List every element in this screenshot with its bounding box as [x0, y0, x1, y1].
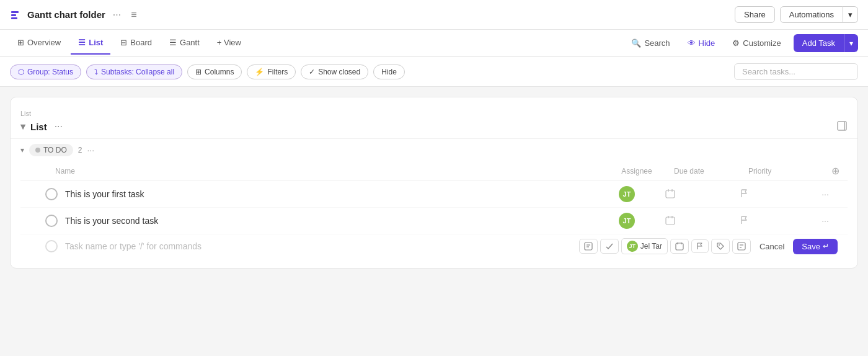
- new-task-more-button[interactable]: [732, 239, 751, 254]
- tab-list-label: List: [89, 38, 103, 47]
- svg-rect-8: [666, 217, 675, 225]
- table-row: This is your second task JT ···: [20, 208, 848, 234]
- save-label: Save: [802, 242, 820, 251]
- task-more-1[interactable]: ···: [813, 188, 838, 200]
- hide-label: Hide: [699, 38, 715, 48]
- panel-toggle-icon[interactable]: [836, 120, 848, 133]
- subtasks-collapse-button[interactable]: ⤵ Subtasks: Collapse all: [86, 65, 182, 79]
- filters-button[interactable]: ⚡ Filters: [247, 65, 296, 79]
- cancel-button[interactable]: Cancel: [753, 239, 790, 254]
- priority-flag-icon-2[interactable]: [738, 215, 750, 228]
- duedate-icon-1[interactable]: [664, 187, 676, 202]
- svg-rect-18: [738, 243, 745, 250]
- task-ellipsis-1[interactable]: ···: [820, 188, 830, 200]
- title-ellipsis-button[interactable]: ···: [110, 8, 123, 22]
- duedate-icon-2[interactable]: [664, 214, 676, 228]
- svg-rect-11: [585, 243, 592, 250]
- svg-rect-1: [11, 14, 16, 16]
- add-column-icon[interactable]: ⊕: [831, 165, 839, 177]
- search-button[interactable]: 🔍 Search: [626, 35, 675, 51]
- toolbar-left: ⬡ Group: Status ⤵ Subtasks: Collapse all…: [10, 65, 405, 79]
- priority-flag-icon-1[interactable]: [738, 188, 750, 201]
- customize-label: Customize: [743, 38, 781, 48]
- status-badge: TO DO: [29, 144, 73, 156]
- tab-overview[interactable]: ⊞ Overview: [10, 32, 68, 55]
- tab-board[interactable]: ⊟ Board: [113, 32, 159, 55]
- avatar-2: JT: [619, 213, 635, 229]
- new-task-input[interactable]: [65, 239, 579, 254]
- status-row: ▾ TO DO 2 ···: [20, 139, 848, 161]
- share-button[interactable]: Share: [735, 6, 775, 23]
- check-circle-icon: ✓: [309, 68, 315, 76]
- list-icon: ☰: [78, 38, 86, 47]
- new-task-assignee-pill[interactable]: JT Jel Tar: [621, 238, 668, 254]
- list-title-row: ▾ List ···: [20, 120, 848, 133]
- status-ellipsis-button[interactable]: ···: [87, 145, 94, 155]
- table-row: This is your first task JT ···: [20, 181, 848, 208]
- svg-point-17: [719, 244, 720, 246]
- hide-toolbar-button[interactable]: Hide: [373, 65, 405, 79]
- task-checkbox-1[interactable]: [45, 188, 58, 200]
- columns-button[interactable]: ⊞ Columns: [187, 65, 242, 79]
- add-task-chevron-button[interactable]: ▾: [844, 34, 858, 52]
- list-card: List ▾ List ··· ▾ TO DO 2: [10, 97, 858, 269]
- tab-overview-label: Overview: [27, 38, 61, 47]
- list-title: ▾ List ···: [20, 120, 65, 133]
- group-status-button[interactable]: ⬡ Group: Status: [10, 65, 81, 79]
- top-bar-left: Gantt chart folder ··· ≡: [10, 8, 140, 22]
- columns-icon: ⊞: [195, 68, 202, 76]
- tab-gantt-label: Gantt: [180, 38, 200, 47]
- search-tasks-input[interactable]: [734, 63, 858, 80]
- add-task-button[interactable]: Add Task: [794, 34, 844, 52]
- task-duedate-2[interactable]: [664, 214, 738, 228]
- task-ellipsis-2[interactable]: ···: [820, 215, 830, 227]
- subtasks-label: Subtasks: Collapse all: [101, 68, 174, 76]
- new-task-due-date-button[interactable]: [670, 239, 689, 254]
- new-task-tag-button[interactable]: [711, 239, 730, 254]
- list-title-text: List: [30, 122, 47, 132]
- svg-rect-14: [676, 243, 683, 250]
- task-duedate-1[interactable]: [664, 187, 738, 202]
- add-task-group: Add Task ▾: [794, 34, 858, 52]
- automations-chevron-button[interactable]: ▾: [843, 6, 858, 23]
- save-button[interactable]: Save ↵: [793, 239, 838, 254]
- col-priority-header: Priority: [748, 167, 823, 176]
- hide-button[interactable]: 👁 Hide: [683, 35, 720, 51]
- board-icon: ⊟: [120, 38, 127, 47]
- show-closed-button[interactable]: ✓ Show closed: [301, 65, 368, 79]
- new-task-action-1[interactable]: [579, 239, 598, 254]
- task-checkbox-2[interactable]: [45, 215, 58, 227]
- col-add-header[interactable]: ⊕: [823, 165, 848, 177]
- group-status-label: Group: Status: [27, 68, 73, 76]
- new-task-checkbox[interactable]: [45, 240, 58, 252]
- status-collapse-button[interactable]: ▾: [20, 146, 24, 154]
- subtask-icon: ⤵: [94, 68, 98, 76]
- task-more-2[interactable]: ···: [813, 215, 838, 227]
- task-assignee-2[interactable]: JT: [590, 213, 664, 229]
- task-name-1: This is your first task: [65, 189, 590, 199]
- list-ellipsis-button[interactable]: ···: [52, 120, 65, 133]
- save-enter-icon: ↵: [823, 242, 829, 251]
- tab-add-view[interactable]: + View: [210, 32, 249, 55]
- customize-button[interactable]: ⚙ Customize: [727, 35, 786, 51]
- tab-list[interactable]: ☰ List: [71, 32, 110, 55]
- tab-gantt[interactable]: ☰ Gantt: [162, 32, 207, 55]
- list-label: List: [20, 110, 848, 117]
- automations-button[interactable]: Automations: [780, 6, 843, 23]
- menu-button[interactable]: ≡: [128, 8, 139, 22]
- list-collapse-icon[interactable]: ▾: [20, 121, 25, 132]
- nav-actions: 🔍 Search 👁 Hide ⚙ Customize Add Task ▾: [626, 34, 858, 52]
- task-priority-1[interactable]: [738, 188, 813, 201]
- svg-rect-5: [666, 190, 675, 198]
- new-task-assignee-label: Jel Tar: [640, 242, 662, 251]
- task-name-2: This is your second task: [65, 216, 590, 226]
- new-task-action-2[interactable]: [600, 239, 619, 254]
- overview-icon: ⊞: [17, 38, 24, 47]
- new-task-flag-button[interactable]: [691, 239, 709, 253]
- tab-add-view-label: + View: [217, 38, 241, 47]
- task-assignee-1[interactable]: JT: [590, 186, 664, 202]
- task-priority-2[interactable]: [738, 215, 813, 228]
- col-name-header: Name: [55, 167, 600, 176]
- search-icon: 🔍: [631, 38, 641, 48]
- filters-label: Filters: [267, 68, 288, 76]
